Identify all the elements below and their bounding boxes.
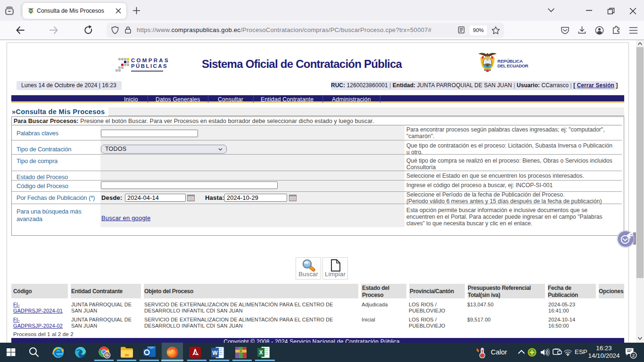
svg-text:W: W [212,350,218,356]
svg-text:2: 2 [632,353,635,358]
svg-text:PÚBLICAS: PÚBLICAS [131,63,168,69]
svg-text:X: X [259,349,263,356]
svg-text:DEL ECUADOR: DEL ECUADOR [497,63,528,68]
svg-text:COMPRAS: COMPRAS [131,58,170,63]
svg-text:G: G [105,353,108,357]
